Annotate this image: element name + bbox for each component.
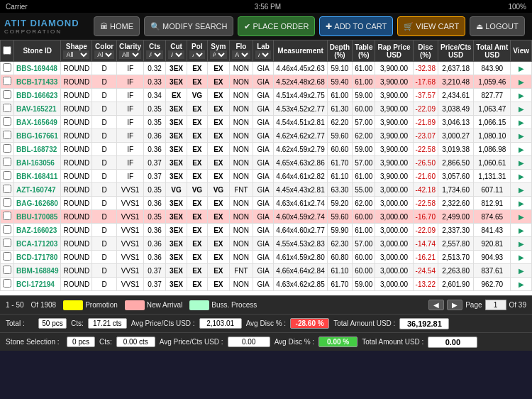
row-checkbox[interactable] xyxy=(3,212,11,220)
shape-cell: ROUND xyxy=(61,102,92,116)
price-cts-cell: 3,046.13 xyxy=(438,116,473,129)
view-cell[interactable]: ▶ xyxy=(511,197,532,210)
color-cell: D xyxy=(92,143,117,156)
view-cell[interactable]: ▶ xyxy=(511,224,532,237)
view-cell[interactable]: ▶ xyxy=(511,156,532,170)
lab-cell: GIA xyxy=(253,264,274,278)
row-checkbox-cell[interactable] xyxy=(1,237,14,251)
total-amt-cell: 1,063.47 xyxy=(474,102,511,116)
stone-id-cell: BBM-168849 xyxy=(14,264,61,278)
row-checkbox[interactable] xyxy=(3,198,11,207)
row-checkbox[interactable] xyxy=(3,131,11,139)
row-checkbox-cell[interactable] xyxy=(1,197,14,210)
view-cell[interactable]: ▶ xyxy=(511,183,532,197)
view-cell[interactable]: ▶ xyxy=(511,251,532,264)
row-checkbox-cell[interactable] xyxy=(1,75,14,89)
row-checkbox[interactable] xyxy=(3,279,11,288)
home-button[interactable]: 🏛 HOME xyxy=(94,16,140,36)
col-check xyxy=(1,40,14,62)
view-cell[interactable]: ▶ xyxy=(511,237,532,251)
depth-cell: 59.60 xyxy=(327,129,352,143)
view-cell[interactable]: ▶ xyxy=(511,210,532,224)
flo-filter[interactable]: All xyxy=(232,50,250,59)
clarity-filter[interactable]: All xyxy=(119,50,141,59)
new-arrival-label: New Arrival xyxy=(147,301,183,309)
view-cell[interactable]: ▶ xyxy=(511,143,532,156)
logout-button[interactable]: ⏏ LOGOUT xyxy=(470,16,524,36)
color-filter[interactable]: All xyxy=(94,50,114,59)
view-cell[interactable]: ▶ xyxy=(511,278,532,291)
row-checkbox-cell[interactable] xyxy=(1,116,14,129)
view-cell[interactable]: ▶ xyxy=(511,170,532,183)
row-checkbox[interactable] xyxy=(3,104,11,112)
table-cell: 60.00 xyxy=(353,251,375,264)
row-checkbox-cell[interactable] xyxy=(1,224,14,237)
color-cell: D xyxy=(92,170,117,183)
view-cell[interactable]: ▶ xyxy=(511,129,532,143)
modify-search-button[interactable]: 🔍 MODIFY SEARCH xyxy=(144,16,233,36)
table-row: BAV-165221 ROUND D IF 0.35 3EX EX EX NON… xyxy=(1,102,532,116)
row-checkbox[interactable] xyxy=(3,239,11,247)
cut-cell: 3EX xyxy=(165,156,187,170)
cts-cell: 0.33 xyxy=(144,75,166,89)
cts-cell: 0.35 xyxy=(144,116,166,129)
prev-page-button[interactable]: ◀ xyxy=(428,300,444,310)
row-checkbox[interactable] xyxy=(3,144,11,153)
next-page-button[interactable]: ▶ xyxy=(447,300,462,310)
row-checkbox-cell[interactable] xyxy=(1,102,14,116)
add-to-cart-button[interactable]: ✚ ADD TO CART xyxy=(319,16,393,36)
cut-filter[interactable]: All xyxy=(168,50,184,59)
place-order-button[interactable]: ✔ PLACE ORDER xyxy=(238,16,315,36)
view-cell[interactable]: ▶ xyxy=(511,89,532,102)
row-checkbox[interactable] xyxy=(3,266,11,274)
row-checkbox[interactable] xyxy=(3,90,11,99)
row-checkbox[interactable] xyxy=(3,63,11,72)
pol-cell: EX xyxy=(187,170,207,183)
row-checkbox[interactable] xyxy=(3,158,11,166)
measurement-cell: 4.62x4.62x2.77 xyxy=(274,129,327,143)
row-checkbox-cell[interactable] xyxy=(1,183,14,197)
row-checkbox[interactable] xyxy=(3,225,11,234)
row-checkbox-cell[interactable] xyxy=(1,251,14,264)
rap-cell: 3,000.00 xyxy=(375,197,413,210)
row-checkbox-cell[interactable] xyxy=(1,62,14,75)
page-input[interactable] xyxy=(485,300,506,310)
row-checkbox-cell[interactable] xyxy=(1,129,14,143)
select-all-checkbox[interactable] xyxy=(3,46,11,55)
pol-cell: VG xyxy=(187,183,207,197)
cts-filter[interactable]: All xyxy=(146,50,163,59)
view-cell[interactable]: ▶ xyxy=(511,75,532,89)
measurement-cell: 4.66x4.64x2.84 xyxy=(274,264,327,278)
view-cart-button[interactable]: 🛒 VIEW CART xyxy=(397,16,465,36)
avg-price-label: Avg Price/Cts USD : xyxy=(131,319,195,327)
row-checkbox-cell[interactable] xyxy=(1,210,14,224)
table-cell: 61.00 xyxy=(353,75,375,89)
disc-cell: -42.18 xyxy=(413,183,438,197)
summary-total-bar: Total : 50 pcs Cts: 17.21 cts Avg Price/… xyxy=(0,314,532,332)
cut-cell: 3EX xyxy=(165,197,187,210)
row-checkbox-cell[interactable] xyxy=(1,264,14,278)
view-cell[interactable]: ▶ xyxy=(511,62,532,75)
row-checkbox[interactable] xyxy=(3,171,11,180)
row-checkbox[interactable] xyxy=(3,77,11,85)
col-lab: LabAll xyxy=(253,40,274,62)
home-icon: 🏛 xyxy=(100,22,108,31)
selection-label: Stone Selection : xyxy=(6,338,62,346)
cts-cell: 0.35 xyxy=(144,210,166,224)
summary-selection-bar: Stone Selection : 0 pcs Cts: 0.00 cts Av… xyxy=(0,332,532,351)
row-checkbox[interactable] xyxy=(3,252,11,261)
row-checkbox-cell[interactable] xyxy=(1,170,14,183)
sym-filter[interactable]: All xyxy=(210,50,228,59)
row-checkbox-cell[interactable] xyxy=(1,143,14,156)
lab-filter[interactable]: All xyxy=(255,50,272,59)
row-checkbox-cell[interactable] xyxy=(1,156,14,170)
row-checkbox-cell[interactable] xyxy=(1,89,14,102)
view-cell[interactable]: ▶ xyxy=(511,102,532,116)
shape-filter[interactable]: All xyxy=(63,50,89,59)
row-checkbox-cell[interactable] xyxy=(1,278,14,291)
row-checkbox[interactable] xyxy=(3,117,11,126)
row-checkbox[interactable] xyxy=(3,185,11,193)
view-cell[interactable]: ▶ xyxy=(511,116,532,129)
view-cell[interactable]: ▶ xyxy=(511,264,532,278)
pol-filter[interactable]: All xyxy=(189,50,204,59)
